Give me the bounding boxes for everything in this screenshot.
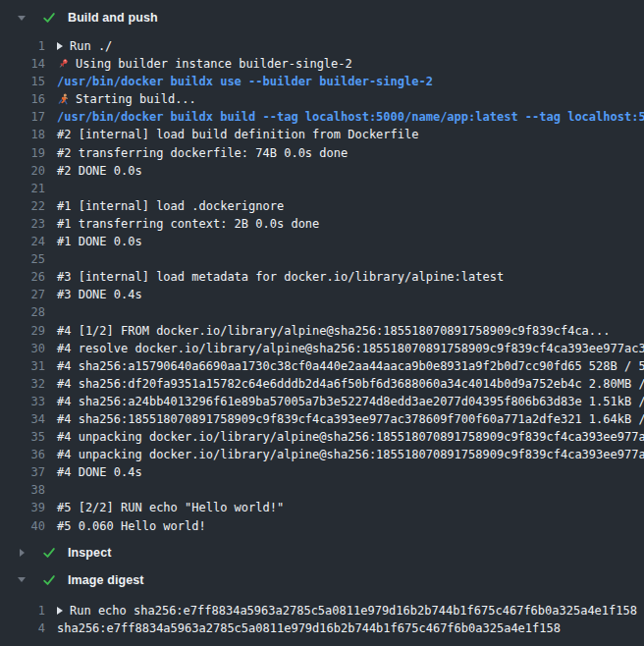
line-text-content: /usr/bin/docker buildx build --tag local… xyxy=(57,108,644,126)
log-line: 26#3 [internal] load metadata for docker… xyxy=(0,268,644,286)
line-text-content: #4 resolve docker.io/library/alpine@sha2… xyxy=(57,340,644,357)
log-line: 14Using builder instance builder-single-… xyxy=(0,55,644,73)
log-line-text: #4 sha256:a24bb4013296f61e89ba57005a7b3e… xyxy=(45,393,644,410)
log-section-inspect: Inspect xyxy=(0,543,644,563)
line-number[interactable]: 23 xyxy=(0,215,45,233)
line-number[interactable]: 28 xyxy=(0,303,45,321)
line-number[interactable]: 30 xyxy=(0,340,45,357)
line-number[interactable]: 18 xyxy=(0,126,45,143)
line-number[interactable]: 1 xyxy=(0,602,45,619)
section-header-build-and-push[interactable]: Build and push xyxy=(0,8,644,27)
line-text-content: Using builder instance builder-single-2 xyxy=(76,55,352,73)
log-line: 37#4 DONE 0.4s xyxy=(0,463,644,481)
pushpin-icon xyxy=(57,58,70,71)
line-number[interactable]: 33 xyxy=(0,393,45,410)
log-line-text: #3 DONE 0.4s xyxy=(45,286,142,303)
log-line: 24#1 DONE 0.0s xyxy=(0,233,644,250)
line-number[interactable]: 34 xyxy=(0,410,45,428)
section-header-image-digest[interactable]: Image digest xyxy=(0,570,644,590)
log-line-text: #5 [2/2] RUN echo "Hello world!" xyxy=(45,499,284,516)
line-text-content: #4 sha256:df20fa9351a15782c64e6dddb2d4a6… xyxy=(57,375,644,393)
line-number[interactable]: 20 xyxy=(0,162,45,180)
log-line: 22#1 [internal] load .dockerignore xyxy=(0,197,644,215)
log-line: 1Run ./ xyxy=(0,37,644,55)
log-line-text: #1 transferring context: 2B 0.0s done xyxy=(45,215,319,233)
log-line: 16Starting build... xyxy=(0,90,644,108)
log-line-text: #4 unpacking docker.io/library/alpine@sh… xyxy=(45,446,644,463)
line-text-content: #3 [internal] load metadata for docker.i… xyxy=(57,268,504,286)
log-line-text: #2 DONE 0.0s xyxy=(45,162,142,180)
line-number[interactable]: 31 xyxy=(0,357,45,375)
log-line-text: #4 unpacking docker.io/library/alpine@sh… xyxy=(45,428,644,446)
log-line: 39#5 [2/2] RUN echo "Hello world!" xyxy=(0,499,644,516)
line-number[interactable]: 16 xyxy=(0,90,45,108)
log-line: 40#5 0.060 Hello world! xyxy=(0,517,644,535)
command-line-text: /usr/bin/docker buildx use --builder bui… xyxy=(45,73,433,90)
line-number[interactable]: 35 xyxy=(0,428,45,446)
line-text-content: #4 DONE 0.4s xyxy=(57,463,142,481)
check-icon xyxy=(42,573,56,587)
line-number[interactable]: 14 xyxy=(0,55,45,73)
line-text-content: Starting build... xyxy=(76,90,196,108)
expand-group-icon[interactable] xyxy=(57,607,63,615)
line-number[interactable]: 37 xyxy=(0,463,45,481)
section-title: Inspect xyxy=(68,546,111,560)
log-line: 38 xyxy=(0,481,644,499)
log-line: 30#4 resolve docker.io/library/alpine@sh… xyxy=(0,340,644,357)
line-text-content: #1 [internal] load .dockerignore xyxy=(57,197,284,215)
line-text-content: #2 transferring dockerfile: 74B 0.0s don… xyxy=(57,144,348,162)
expand-group-icon[interactable] xyxy=(57,42,63,50)
log-line: 31#4 sha256:a15790640a6690aa1730c38cf0a4… xyxy=(0,357,644,375)
log-line-text xyxy=(45,180,57,197)
line-number[interactable]: 29 xyxy=(0,322,45,340)
log-line-text: #3 [internal] load metadata for docker.i… xyxy=(45,268,504,286)
section-header-inspect[interactable]: Inspect xyxy=(0,543,644,563)
check-icon xyxy=(42,11,56,25)
chevron-down-icon[interactable] xyxy=(16,577,27,582)
line-number[interactable]: 25 xyxy=(0,250,45,268)
log-line: 29#4 [1/2] FROM docker.io/library/alpine… xyxy=(0,322,644,340)
log-line-text: #4 resolve docker.io/library/alpine@sha2… xyxy=(45,340,644,357)
chevron-down-icon[interactable] xyxy=(16,16,27,21)
line-number[interactable]: 26 xyxy=(0,268,45,286)
line-number[interactable]: 4 xyxy=(0,619,45,637)
line-number[interactable]: 21 xyxy=(0,180,45,197)
line-number[interactable]: 32 xyxy=(0,375,45,393)
line-number[interactable]: 36 xyxy=(0,446,45,463)
log-line: 19#2 transferring dockerfile: 74B 0.0s d… xyxy=(0,144,644,162)
line-number[interactable]: 1 xyxy=(0,37,45,55)
line-number[interactable]: 40 xyxy=(0,517,45,535)
command-line-text: /usr/bin/docker buildx build --tag local… xyxy=(45,108,644,126)
log-line: 17/usr/bin/docker buildx build --tag loc… xyxy=(0,108,644,126)
runner-icon xyxy=(57,93,70,106)
log-line-text: #4 sha256:a15790640a6690aa1730c38cf0a440… xyxy=(45,357,644,375)
line-text-content: /usr/bin/docker buildx use --builder bui… xyxy=(57,73,433,90)
line-text-content: #1 DONE 0.0s xyxy=(57,233,142,250)
chevron-right-icon[interactable] xyxy=(16,549,27,557)
line-number[interactable]: 17 xyxy=(0,108,45,126)
line-number[interactable]: 27 xyxy=(0,286,45,303)
line-number[interactable]: 38 xyxy=(0,481,45,499)
log-block-build-and-push: 1Run ./14Using builder instance builder-… xyxy=(0,37,644,535)
log-line-text: #2 [internal] load build definition from… xyxy=(45,126,418,143)
line-text-content: sha256:e7ff8834a5963a2785c5a0811e979d16b… xyxy=(57,619,561,637)
line-number[interactable]: 39 xyxy=(0,499,45,516)
line-number[interactable]: 24 xyxy=(0,233,45,250)
line-text-content: Run echo sha256:e7ff8834a5963a2785c5a081… xyxy=(70,602,637,619)
log-line-text: #4 DONE 0.4s xyxy=(45,463,142,481)
log-section-image-digest: Image digest1Run echo sha256:e7ff8834a59… xyxy=(0,570,644,637)
log-line-text: Using builder instance builder-single-2 xyxy=(45,55,352,73)
line-text-content: #4 sha256:185518070891758909c9f839cf4ca3… xyxy=(57,410,644,428)
line-number[interactable]: 15 xyxy=(0,73,45,90)
log-line-text: #4 sha256:df20fa9351a15782c64e6dddb2d4a6… xyxy=(45,375,644,393)
log-line: 25 xyxy=(0,250,644,268)
log-line: 28 xyxy=(0,303,644,321)
line-text-content: #4 unpacking docker.io/library/alpine@sh… xyxy=(57,428,644,446)
line-number[interactable]: 19 xyxy=(0,144,45,162)
line-number[interactable]: 22 xyxy=(0,197,45,215)
log-line: 33#4 sha256:a24bb4013296f61e89ba57005a7b… xyxy=(0,393,644,410)
line-text-content: #4 sha256:a24bb4013296f61e89ba57005a7b3e… xyxy=(57,393,644,410)
line-text-content: #4 sha256:a15790640a6690aa1730c38cf0a440… xyxy=(57,357,644,375)
log-line-text: #1 [internal] load .dockerignore xyxy=(45,197,284,215)
log-line: 23#1 transferring context: 2B 0.0s done xyxy=(0,215,644,233)
